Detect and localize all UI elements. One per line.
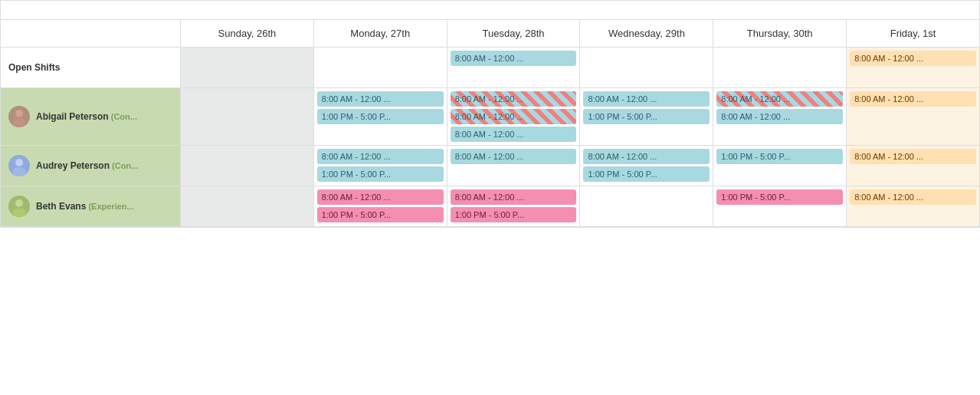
shift-beth-fri-0[interactable]: 8:00 AM - 12:00 ... [850,189,976,205]
shift-beth-thu-0[interactable]: 1:00 PM - 5:00 P... [716,189,843,205]
day-header-tue: Tuesday, 28th [447,20,581,47]
person-name-audrey: Audrey Peterson (Con... [36,160,138,171]
cell-open-shifts-fri: 8:00 AM - 12:00 ... [847,48,979,87]
schedule-row-audrey: Audrey Peterson (Con...8:00 AM - 12:00 .… [1,146,979,186]
shift-beth-tue-1[interactable]: 1:00 PM - 5:00 P... [451,207,577,222]
cell-audrey-tue: 8:00 AM - 12:00 ... [447,146,581,186]
cell-abigail-wed: 8:00 AM - 12:00 ...1:00 PM - 5:00 P... [580,88,713,145]
schedule-rows: Open Shifts8:00 AM - 12:00 ...8:00 AM - … [1,48,979,227]
cell-audrey-fri: 8:00 AM - 12:00 ... [847,146,979,186]
schedule-row-open-shifts: Open Shifts8:00 AM - 12:00 ...8:00 AM - … [1,48,979,88]
cell-beth-wed [580,186,713,226]
shift-audrey-mon-0[interactable]: 8:00 AM - 12:00 ... [317,149,444,164]
schedule-row-beth: Beth Evans (Experien...8:00 AM - 12:00 .… [1,186,979,227]
shift-audrey-mon-1[interactable]: 1:00 PM - 5:00 P... [317,166,444,182]
row-label-open-shifts: Open Shifts [1,48,181,87]
cell-audrey-mon: 8:00 AM - 12:00 ...1:00 PM - 5:00 P... [314,146,447,186]
shift-open-shifts-tue-0[interactable]: 8:00 AM - 12:00 ... [451,51,577,66]
day-header-sun: Sunday, 26th [181,20,314,47]
shift-abigail-thu-0[interactable]: 8:00 AM - 12:00 ... [716,91,843,107]
row-label-beth: Beth Evans (Experien... [1,186,181,226]
shift-abigail-tue-0[interactable]: 8:00 AM - 12:00 ... [451,91,577,107]
row-days-beth: 8:00 AM - 12:00 ...1:00 PM - 5:00 P...8:… [181,186,979,226]
cell-abigail-thu: 8:00 AM - 12:00 ...8:00 AM - 12:00 ... [713,88,847,145]
open-shifts-text: Open Shifts [8,62,60,73]
shift-audrey-thu-0[interactable]: 1:00 PM - 5:00 P... [716,149,843,164]
shift-audrey-fri-0[interactable]: 8:00 AM - 12:00 ... [850,149,976,164]
shift-audrey-tue-0[interactable]: 8:00 AM - 12:00 ... [451,149,577,164]
shift-abigail-wed-0[interactable]: 8:00 AM - 12:00 ... [583,91,710,107]
name-block-abigail: Abigail Peterson (Con... [36,111,137,122]
shift-abigail-tue-2[interactable]: 8:00 AM - 12:00 ... [451,127,577,142]
shift-open-shifts-fri-0[interactable]: 8:00 AM - 12:00 ... [850,51,976,66]
cell-beth-fri: 8:00 AM - 12:00 ... [847,186,979,226]
person-role-audrey: (Con... [110,161,138,170]
svg-point-0 [15,110,23,117]
row-label-abigail: Abigail Peterson (Con... [1,88,181,145]
shift-abigail-thu-1[interactable]: 8:00 AM - 12:00 ... [716,109,843,124]
day-header-mon: Monday, 27th [314,20,447,47]
row-days-open-shifts: 8:00 AM - 12:00 ...8:00 AM - 12:00 ... [181,48,979,87]
row-label-audrey: Audrey Peterson (Con... [1,146,181,186]
cell-audrey-thu: 1:00 PM - 5:00 P... [713,146,847,186]
cell-beth-thu: 1:00 PM - 5:00 P... [713,186,847,226]
row-days-abigail: 8:00 AM - 12:00 ...1:00 PM - 5:00 P...8:… [181,88,979,145]
person-name-abigail: Abigail Peterson (Con... [36,111,137,122]
cell-beth-tue: 8:00 AM - 12:00 ...1:00 PM - 5:00 P... [447,186,581,226]
cell-open-shifts-sun [181,48,314,87]
shift-audrey-wed-1[interactable]: 1:00 PM - 5:00 P... [583,166,710,182]
shift-abigail-fri-0[interactable]: 8:00 AM - 12:00 ... [850,91,976,107]
cell-audrey-wed: 8:00 AM - 12:00 ...1:00 PM - 5:00 P... [580,146,713,186]
calendar-container: Sunday, 26thMonday, 27thTuesday, 28thWed… [0,0,980,228]
cell-beth-mon: 8:00 AM - 12:00 ...1:00 PM - 5:00 P... [314,186,447,226]
shift-audrey-wed-0[interactable]: 8:00 AM - 12:00 ... [583,149,710,164]
svg-point-4 [15,199,23,207]
day-header-wed: Wednesday, 29th [580,20,713,47]
person-name-beth: Beth Evans (Experien... [36,201,134,212]
person-role-abigail: (Con... [109,112,137,121]
shift-abigail-mon-0[interactable]: 8:00 AM - 12:00 ... [317,91,444,107]
cell-abigail-fri: 8:00 AM - 12:00 ... [847,88,979,145]
shift-beth-mon-1[interactable]: 1:00 PM - 5:00 P... [317,207,444,222]
day-header-thu: Thursday, 30th [713,20,847,47]
shift-beth-tue-0[interactable]: 8:00 AM - 12:00 ... [451,189,577,205]
svg-point-3 [12,167,26,176]
avatar-abigail [8,106,30,127]
shift-abigail-tue-1[interactable]: 8:00 AM - 12:00 ... [451,109,577,124]
schedule-row-abigail: Abigail Peterson (Con...8:00 AM - 12:00 … [1,88,979,146]
days-header: Sunday, 26thMonday, 27thTuesday, 28thWed… [181,20,979,47]
cell-open-shifts-thu [713,48,847,87]
cell-open-shifts-wed [580,48,713,87]
day-header-fri: Friday, 1st [847,20,979,47]
schedule-label [1,20,181,47]
avatar-audrey [8,155,30,176]
row-days-audrey: 8:00 AM - 12:00 ...1:00 PM - 5:00 P...8:… [181,146,979,186]
cell-abigail-tue: 8:00 AM - 12:00 ...8:00 AM - 12:00 ...8:… [447,88,581,145]
cell-abigail-mon: 8:00 AM - 12:00 ...1:00 PM - 5:00 P... [314,88,447,145]
shift-abigail-mon-1[interactable]: 1:00 PM - 5:00 P... [317,109,444,124]
cell-open-shifts-tue: 8:00 AM - 12:00 ... [447,48,581,87]
svg-point-1 [12,118,26,127]
shift-abigail-wed-1[interactable]: 1:00 PM - 5:00 P... [583,109,710,124]
name-block-beth: Beth Evans (Experien... [36,201,134,212]
avatar-beth [8,196,30,217]
cell-abigail-sun [181,88,314,145]
cell-audrey-sun [181,146,314,186]
svg-point-5 [12,208,26,217]
shift-beth-mon-0[interactable]: 8:00 AM - 12:00 ... [317,189,444,205]
name-block-audrey: Audrey Peterson (Con... [36,160,138,171]
person-role-beth: (Experien... [86,202,133,211]
cell-open-shifts-mon [314,48,447,87]
cell-beth-sun [181,186,314,226]
svg-point-2 [15,159,23,166]
date-range-header [1,1,979,20]
